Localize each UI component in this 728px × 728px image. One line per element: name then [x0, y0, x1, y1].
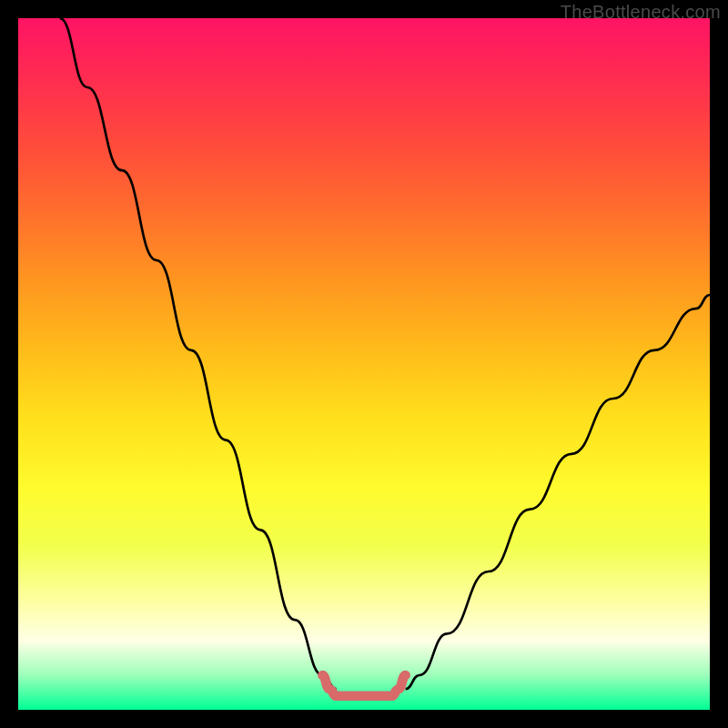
curve-left	[60, 18, 337, 689]
chart-frame: TheBottleneck.com	[0, 0, 728, 728]
bottom-bracket	[322, 675, 405, 696]
plot-area	[18, 18, 710, 710]
curve-overlay	[18, 18, 710, 710]
curve-right	[406, 295, 710, 689]
